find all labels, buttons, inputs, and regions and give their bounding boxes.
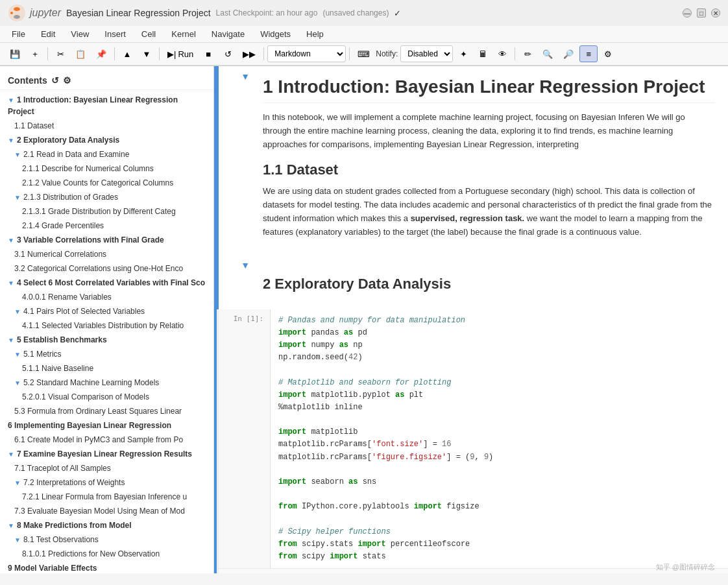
menu-edit[interactable]: Edit — [34, 27, 62, 41]
eye-button[interactable]: 👁 — [493, 45, 511, 62]
calculator-button[interactable]: 🖩 — [474, 45, 492, 62]
save-button[interactable]: 💾 — [5, 45, 25, 62]
section1-text: In this notebook, we will implement a co… — [263, 111, 715, 151]
toc-item-3-2[interactable]: 3.2 Categorical Correlations using One-H… — [0, 261, 213, 276]
notify-group: Notify: Disabled Enabled — [376, 45, 453, 62]
restart-run-button[interactable]: ▶▶ — [238, 45, 260, 62]
toc-item-3-1[interactable]: 3.1 Numerical Correlations — [0, 247, 213, 261]
toc-item-5-3[interactable]: 5.3 Formula from Ordinary Least Squares … — [0, 404, 213, 418]
menu-file[interactable]: File — [5, 27, 32, 41]
toc-header: Contents ↺ ⚙ — [0, 71, 213, 90]
title-bar-left: jupyter Bayesian Linear Regression Proje… — [8, 4, 401, 22]
code-line-blank5 — [278, 514, 720, 526]
code-line-blank4 — [278, 488, 720, 501]
toc-item-3[interactable]: ▼3 Variable Correlations with Final Grad… — [0, 233, 213, 247]
toc-item-8-1-0-1[interactable]: 8.1.0.1 Predictions for New Observation — [0, 547, 213, 561]
menu-kernel[interactable]: Kernel — [165, 27, 202, 41]
svg-point-3 — [10, 12, 13, 14]
cell-section1: ▼ 1 Introduction: Bayesian Linear Regres… — [217, 66, 728, 255]
pen-button[interactable]: ✏ — [518, 45, 537, 62]
toc-item-2-1[interactable]: ▼2.1 Read in Data and Examine — [0, 147, 213, 161]
extension-button[interactable]: ⚙ — [599, 45, 617, 62]
cut-button[interactable]: ✂ — [51, 45, 69, 62]
trusted-button[interactable]: ✦ — [454, 45, 472, 62]
zoom-out-button[interactable]: 🔍 — [538, 45, 557, 62]
notify-select[interactable]: Disabled Enabled — [400, 45, 453, 62]
zoom-in-button[interactable]: 🔎 — [559, 45, 578, 62]
cell-collapse-arrow[interactable]: ▼ — [219, 66, 255, 255]
run-button[interactable]: ▶| Run — [163, 45, 198, 62]
menu-cell[interactable]: Cell — [135, 27, 162, 41]
cell-type-select[interactable]: Markdown Code Raw NBConvert — [267, 45, 346, 62]
toc-item-5-2[interactable]: ▼5.2 Standard Machine Learning Models — [0, 376, 213, 390]
code-line-blank2 — [278, 414, 720, 426]
toc-item-7-1[interactable]: 7.1 Traceplot of All Samples — [0, 461, 213, 475]
svg-point-2 — [14, 15, 20, 19]
interrupt-button[interactable]: ■ — [199, 45, 217, 62]
toc-item-5-1-1[interactable]: 5.1.1 Naive Baseline — [0, 361, 213, 376]
menu-insert[interactable]: Insert — [98, 27, 132, 41]
toc-button[interactable]: ≡ — [579, 45, 598, 62]
toc-item-2-1-3[interactable]: ▼2.1.3 Distribution of Grades — [0, 190, 213, 204]
code-line-3: import numpy as np — [278, 339, 720, 352]
toc-item-2[interactable]: ▼2 Exploratory Data Analysis — [0, 133, 213, 147]
menu-widgets[interactable]: Widgets — [254, 27, 297, 41]
toc-item-4-1-1[interactable]: 4.1.1 Selected Variables Distribution by… — [0, 318, 213, 333]
close-button[interactable]: ✕ — [711, 8, 720, 18]
menu-navigate[interactable]: Navigate — [205, 27, 251, 41]
menu-view[interactable]: View — [64, 27, 95, 41]
toc-item-1[interactable]: ▼1 Introduction: Bayesian Linear Regress… — [0, 93, 213, 119]
run-icon: ▶| — [167, 49, 176, 59]
add-cell-button[interactable]: + — [26, 45, 44, 62]
code-content[interactable]: # Pandas and numpy for data manipulation… — [271, 309, 728, 569]
keyboard-shortcuts-button[interactable]: ⌨ — [353, 45, 374, 62]
code-wrapper: In [1]: # Pandas and numpy for data mani… — [219, 309, 728, 569]
code-line-8: import matplotlib — [278, 426, 720, 438]
toc-item-4-1[interactable]: ▼4.1 Pairs Plot of Selected Variables — [0, 304, 213, 318]
maximize-button[interactable]: □ — [697, 8, 706, 18]
code-line-5: # Matplotlib and seaborn for plotting — [278, 377, 720, 389]
toc-item-8[interactable]: ▼8 Make Predictions from Model — [0, 518, 213, 532]
move-down-button[interactable]: ▼ — [138, 45, 156, 62]
toc-settings-icon[interactable]: ⚙ — [63, 75, 71, 86]
code-line-1: # Pandas and numpy for data manipulation — [278, 315, 720, 327]
toc-refresh-icon[interactable]: ↺ — [51, 75, 59, 86]
toc-item-7-3[interactable]: 7.3 Evaluate Bayesian Model Using Mean o… — [0, 504, 213, 518]
content-area: ▼ 1 Introduction: Bayesian Linear Regres… — [214, 66, 728, 573]
section11-heading: 1.1 Dataset — [263, 161, 715, 178]
toc-item-2-1-3-1[interactable]: 2.1.3.1 Grade Distribution by Different … — [0, 204, 213, 219]
toc-item-8-1[interactable]: ▼8.1 Test Observations — [0, 532, 213, 547]
toc-item-6[interactable]: 6 Implementing Bayesian Linear Regressio… — [0, 418, 213, 433]
notebook-wrapper: ▼ 1 Introduction: Bayesian Linear Regres… — [214, 66, 728, 573]
cell-code1: In [1]: # Pandas and numpy for data mani… — [217, 309, 728, 573]
toc-item-5[interactable]: ▼5 Establish Benchmarks — [0, 333, 213, 347]
toc-item-7-2-1[interactable]: 7.2.1 Linear Formula from Bayesian Infer… — [0, 490, 213, 504]
toolbar: 💾 + ✂ 📋 📌 ▲ ▼ ▶| Run ■ ↺ ▶▶ Markdown Cod… — [0, 43, 728, 66]
toc-item-9[interactable]: 9 Model Variable Effects — [0, 561, 213, 573]
toc-item-1-1[interactable]: 1.1 Dataset — [0, 119, 213, 133]
toc-item-4-0-0-1[interactable]: 4.0.0.1 Rename Variables — [0, 290, 213, 304]
toc-item-2-1-4[interactable]: 2.1.4 Grade Percentiles — [0, 219, 213, 233]
toc-item-7[interactable]: ▼7 Examine Bayesian Linear Regression Re… — [0, 447, 213, 461]
minimize-button[interactable]: — — [683, 8, 692, 18]
watermark: 知乎 @图情碎碎念 — [656, 562, 715, 572]
toc-item-6-1[interactable]: 6.1 Create Model in PyMC3 and Sample fro… — [0, 433, 213, 447]
sidebar-toc: Contents ↺ ⚙ ▼1 Introduction: Bayesian L… — [0, 66, 214, 573]
cell-inner: ▼ 1 Introduction: Bayesian Linear Regres… — [219, 66, 728, 255]
notebook-content: ▼ 1 Introduction: Bayesian Linear Regres… — [217, 66, 728, 573]
cell-inner2: ▼ 2 Exploratory Data Analysis — [219, 255, 728, 309]
toc-item-2-1-1[interactable]: 2.1.1 Describe for Numerical Columns — [0, 161, 213, 176]
code-line-6: import matplotlib.pyplot as plt — [278, 389, 720, 401]
copy-button[interactable]: 📋 — [71, 45, 90, 62]
code-line-15: from scipy import stats — [278, 551, 720, 563]
toc-item-5-2-0-1[interactable]: 5.2.0.1 Visual Comparison of Models — [0, 390, 213, 404]
toc-item-4[interactable]: ▼4 Select 6 Most Correlated Variables wi… — [0, 276, 213, 290]
menu-help[interactable]: Help — [300, 27, 330, 41]
cell-collapse-arrow2[interactable]: ▼ — [219, 255, 255, 309]
toc-item-2-1-2[interactable]: 2.1.2 Value Counts for Categorical Colum… — [0, 176, 213, 190]
toc-item-7-2[interactable]: ▼7.2 Interpretations of Weights — [0, 475, 213, 490]
restart-button[interactable]: ↺ — [219, 45, 237, 62]
paste-button[interactable]: 📌 — [91, 45, 111, 62]
toc-item-5-1[interactable]: ▼5.1 Metrics — [0, 347, 213, 361]
move-up-button[interactable]: ▲ — [118, 45, 136, 62]
